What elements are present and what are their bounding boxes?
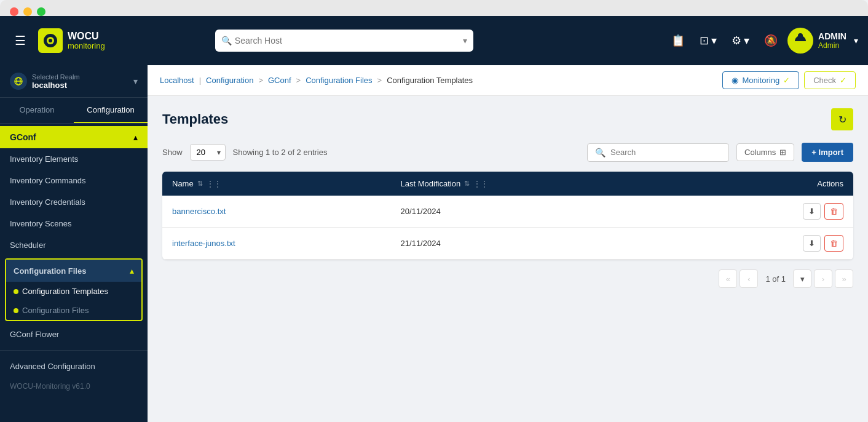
page-info: 1 of 1 — [760, 274, 791, 284]
chevron-down-icon: ▾ — [711, 34, 717, 47]
breadcrumb-sep4: > — [377, 76, 382, 85]
view-button[interactable]: ⊡ ▾ — [695, 29, 722, 52]
sort-icon[interactable]: ⇅ — [197, 180, 203, 188]
refresh-button[interactable]: ↻ — [831, 108, 853, 130]
sidebar-item-label: Scheduler — [10, 241, 46, 250]
config-files-header[interactable]: Configuration Files ▴ — [6, 260, 141, 282]
check-circle-icon: ✓ — [840, 76, 846, 85]
admin-info: ADMIN Admin — [818, 31, 846, 50]
download-button[interactable]: ⬇ — [803, 203, 821, 220]
cell-modification: 21/11/2024 — [391, 228, 687, 260]
tab-operation[interactable]: Operation — [0, 98, 74, 123]
breadcrumb-separator: | — [199, 76, 201, 85]
settings-button[interactable]: ⚙ ▾ — [727, 29, 754, 52]
close-btn[interactable] — [10, 7, 18, 16]
action-buttons: ⬇ 🗑 — [696, 203, 843, 220]
gear-icon: ⚙ — [732, 34, 741, 47]
search-icon: 🔍 — [221, 36, 232, 46]
show-select-wrap: 20 50 100 — [190, 144, 226, 161]
monitoring-button[interactable]: ◉ Monitoring ✓ — [722, 71, 799, 89]
sidebar-item-scheduler[interactable]: Scheduler — [0, 234, 148, 256]
breadcrumb-gconf[interactable]: GConf — [268, 76, 291, 85]
template-link[interactable]: bannercisco.txt — [172, 207, 226, 216]
sidebar-item-inventory-elements[interactable]: Inventory Elements — [0, 148, 148, 170]
sidebar-item-advanced-configuration[interactable]: Advanced Configuration — [0, 356, 148, 377]
search-icon: 🔍 — [595, 148, 606, 157]
sidebar-gconf-section: GConf ▴ Inventory Elements Inventory Com… — [0, 126, 148, 345]
sidebar-item-inventory-credentials[interactable]: Inventory Credentials — [0, 191, 148, 213]
notes-button[interactable]: 📋 — [666, 29, 690, 52]
breadcrumb-config-files[interactable]: Configuration Files — [306, 76, 372, 85]
cell-modification: 20/11/2024 — [391, 196, 687, 228]
sidebar-subitem-label: Configuration Files — [22, 306, 89, 315]
delete-button[interactable]: 🗑 — [824, 203, 843, 220]
show-select[interactable]: 20 50 100 — [190, 144, 226, 161]
gconf-group-header[interactable]: GConf ▴ — [0, 126, 148, 148]
cell-name: interface-junos.txt — [162, 228, 391, 260]
search-input[interactable] — [610, 148, 721, 157]
col-settings-icon[interactable]: ⋮⋮ — [473, 180, 488, 188]
monitor-icon: ◉ — [732, 76, 738, 85]
col-actions: Actions — [687, 172, 853, 196]
sort-icon[interactable]: ⇅ — [464, 180, 470, 188]
sidebar-item-label: Inventory Scenes — [10, 219, 71, 228]
hamburger-button[interactable]: ☰ — [10, 28, 31, 53]
table-header: Name ⇅ ⋮⋮ Last Modification ⇅ ⋮⋮ — [162, 172, 853, 196]
dot-icon — [14, 308, 18, 313]
sidebar-bottom-section: Advanced Configuration — [0, 350, 148, 377]
sidebar-item-config-templates[interactable]: Configuration Templates — [6, 282, 141, 301]
col-settings-icon[interactable]: ⋮⋮ — [207, 180, 221, 188]
sidebar-item-inventory-scenes[interactable]: Inventory Scenes — [0, 213, 148, 234]
col-last-modification: Last Modification ⇅ ⋮⋮ — [391, 172, 687, 196]
breadcrumb-realm[interactable]: Localhost — [160, 76, 194, 85]
page-dropdown[interactable]: ▾ — [793, 269, 811, 288]
realm-selector[interactable]: Selected Realm localhost ▾ — [0, 65, 148, 98]
avatar — [787, 28, 813, 54]
sidebar-item-label: Inventory Elements — [10, 154, 78, 164]
logo-monitoring: monitoring — [68, 42, 105, 50]
sidebar-item-gconf-flower[interactable]: GConf Flower — [0, 324, 148, 345]
chevron-down-icon: ▾ — [463, 36, 467, 46]
download-button[interactable]: ⬇ — [803, 235, 821, 252]
search-host-input[interactable] — [215, 30, 473, 52]
search-box: 🔍 — [587, 143, 729, 162]
table-row: bannercisco.txt 20/11/2024 ⬇ 🗑 — [162, 196, 853, 228]
chevron-down-icon: ▾ — [854, 36, 858, 46]
chevron-down-icon: ▾ — [744, 34, 749, 47]
window-chrome — [0, 0, 868, 16]
first-page-button[interactable]: « — [719, 269, 737, 288]
realm-icon — [10, 73, 27, 90]
breadcrumb-configuration[interactable]: Configuration — [206, 76, 253, 85]
sidebar-item-label: Inventory Credentials — [10, 197, 85, 207]
content-area: Localhost | Configuration > GConf > Conf… — [148, 65, 868, 422]
logo-icon — [38, 28, 63, 53]
check-button[interactable]: Check ✓ — [804, 71, 856, 89]
sidebar-item-inventory-commands[interactable]: Inventory Commands — [0, 170, 148, 191]
import-button[interactable]: + Import — [802, 143, 853, 162]
pagination: « ‹ 1 of 1 ▾ › » — [162, 269, 853, 288]
last-page-button[interactable]: » — [835, 269, 853, 288]
config-files-subgroup: Configuration Files ▴ Configuration Temp… — [5, 258, 143, 321]
search-host-container: 🔍 ▾ — [215, 30, 473, 52]
admin-area[interactable]: ADMIN Admin ▾ — [787, 28, 858, 54]
sidebar: Selected Realm localhost ▾ Operation Con… — [0, 65, 148, 422]
cell-actions: ⬇ 🗑 — [687, 228, 853, 260]
svg-point-2 — [49, 39, 52, 42]
sidebar-item-config-files[interactable]: Configuration Files — [6, 301, 141, 320]
prev-page-button[interactable]: ‹ — [740, 269, 758, 288]
template-link[interactable]: interface-junos.txt — [172, 239, 235, 248]
nav-right: 📋 ⊡ ▾ ⚙ ▾ 🔕 ADMIN Admin ▾ — [666, 28, 858, 54]
maximize-btn[interactable] — [37, 7, 45, 16]
entries-text: Showing 1 to 2 of 2 entries — [233, 148, 328, 157]
next-page-button[interactable]: › — [814, 269, 832, 288]
toolbar-right: 🔍 Columns ⊞ + Import — [587, 143, 853, 162]
columns-button[interactable]: Columns ⊞ — [736, 143, 794, 161]
alert-slash-button[interactable]: 🔕 — [759, 29, 783, 52]
delete-button[interactable]: 🗑 — [824, 235, 843, 252]
data-table: Name ⇅ ⋮⋮ Last Modification ⇅ ⋮⋮ — [162, 172, 853, 260]
breadcrumb-sep3: > — [296, 76, 301, 85]
minimize-btn[interactable] — [23, 7, 32, 16]
check-circle-icon: ✓ — [783, 76, 790, 85]
tab-configuration[interactable]: Configuration — [74, 98, 148, 123]
refresh-icon: ↻ — [838, 114, 846, 125]
